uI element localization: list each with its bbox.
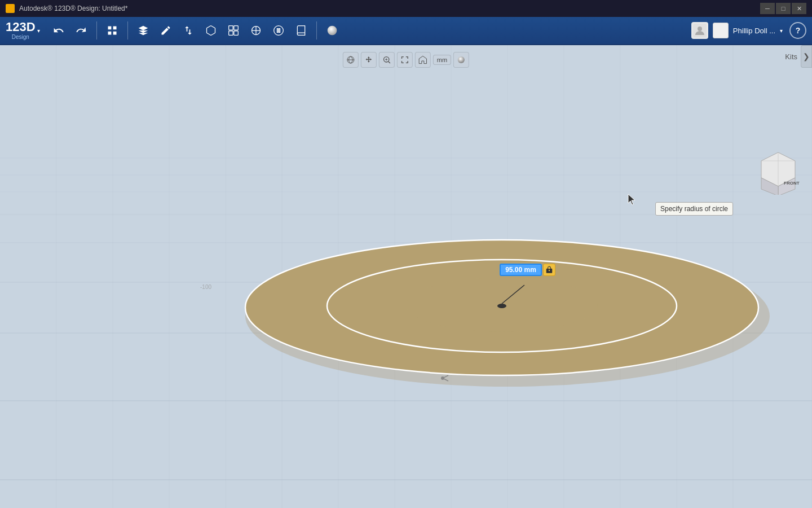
logo-sub: Design [6,34,36,40]
home-view-icon [418,55,427,64]
view-toolbar: mm [343,52,469,68]
cube-icon [205,25,217,36]
svg-rect-2 [228,31,233,36]
display-icon [457,55,466,64]
svg-text:-100: -100 [200,284,211,290]
group-icon [228,25,239,36]
orbit-button[interactable] [343,52,359,68]
logo-text: 123D [6,20,36,34]
nav-cube-svg: FRONT [756,150,801,195]
fit-button[interactable] [397,52,413,68]
separator-3 [316,21,317,40]
zoom-icon [382,55,391,64]
svg-point-49 [441,376,444,380]
boolean-button[interactable] [201,21,220,40]
pan-icon [364,55,373,64]
unit-button[interactable]: mm [433,55,451,65]
sketch-button[interactable] [156,21,175,40]
box-icon [138,25,149,36]
viewport: -100 -100 100 200 300 [0,45,812,508]
grid-icon [107,25,118,36]
logo-area[interactable]: 123D Design ▾ [6,21,40,40]
radius-input-group [500,264,555,276]
logo-dropdown-icon[interactable]: ▾ [37,28,40,34]
user-area: Phillip Doll ... ▾ ? [691,22,806,39]
close-button[interactable]: ✕ [792,3,806,14]
kits-panel: Kits ❯ [782,45,812,68]
avatar-icon [693,24,707,37]
separator-1 [96,21,97,40]
sphere-icon [326,25,338,36]
svg-point-55 [458,56,465,63]
home-view-button[interactable] [415,52,431,68]
svg-rect-3 [233,31,238,36]
pan-button[interactable] [361,52,377,68]
nav-cube[interactable]: FRONT [756,150,801,195]
grid-button[interactable] [103,21,122,40]
separator-2 [127,21,128,40]
grid-canvas: -100 -100 100 200 300 [0,45,812,508]
measure-button[interactable] [292,21,311,40]
svg-text:FRONT: FRONT [784,181,800,186]
fit-icon [400,55,409,64]
material-button[interactable] [323,21,342,40]
svg-point-5 [327,26,337,36]
title-text: Autodesk® 123D® Design: Untitled* [19,5,760,12]
transform-button[interactable] [179,21,198,40]
radius-input[interactable] [500,264,542,276]
title-bar: Autodesk® 123D® Design: Untitled* ─ □ ✕ [0,0,812,17]
undo-icon [53,25,64,36]
zoom-button[interactable] [379,52,395,68]
ruler-icon [295,25,307,36]
snapshot-button[interactable] [713,23,729,38]
user-name: Phillip Doll ... [733,27,775,35]
lock-button[interactable] [543,264,555,276]
window-controls: ─ □ ✕ [760,3,806,14]
display-mode-button[interactable] [453,52,469,68]
main-toolbar: 123D Design ▾ [0,17,812,45]
app-icon [6,4,15,13]
group-button[interactable] [224,21,243,40]
user-avatar [691,22,708,39]
modify-button[interactable] [246,21,266,40]
kits-label: Kits [782,48,801,65]
maximize-button[interactable]: □ [776,3,791,14]
minimize-button[interactable]: ─ [760,3,775,14]
pattern-icon [273,25,284,36]
kits-toggle-button[interactable]: ❯ [801,45,812,68]
pencil-icon [160,25,171,36]
help-button[interactable]: ? [789,22,806,39]
svg-point-46 [497,304,506,308]
user-dropdown-icon[interactable]: ▾ [780,28,783,34]
redo-button[interactable] [72,21,91,40]
undo-button[interactable] [49,21,68,40]
pattern-button[interactable] [269,21,288,40]
svg-point-7 [698,27,702,31]
svg-rect-1 [233,26,238,30]
orbit-icon [346,55,355,64]
modify-icon [250,25,262,36]
transform-icon [183,25,194,36]
primitives-button[interactable] [134,21,153,40]
lock-icon [545,266,553,274]
redo-icon [76,25,87,36]
svg-line-52 [389,62,390,63]
svg-rect-0 [228,26,233,30]
